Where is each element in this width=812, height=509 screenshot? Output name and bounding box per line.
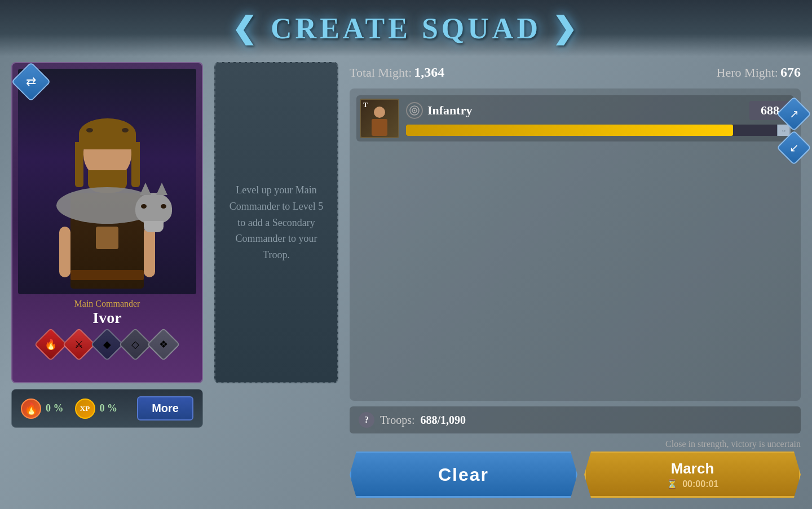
skill-badge-4: ◇: [118, 327, 152, 361]
skill-badge-3: ◆: [90, 327, 123, 361]
total-might: Total Might: 1,364: [350, 65, 444, 80]
march-timer: ⏳ 00:00:01: [667, 479, 719, 489]
commander-image: [18, 69, 196, 294]
arrow-down-button[interactable]: ↙: [776, 130, 811, 165]
clear-button[interactable]: Clear: [350, 452, 577, 498]
troops-label: Troops:: [380, 414, 415, 427]
swap-icon: ⇄: [26, 74, 36, 89]
xp-percent: 0 %: [100, 402, 118, 414]
march-label: March: [671, 460, 714, 477]
troop-avatar: T: [360, 99, 399, 138]
help-icon[interactable]: ?: [359, 412, 374, 428]
side-arrows: ↗ ↙: [782, 101, 806, 160]
top-bar: CREATE SQUAD: [0, 0, 812, 56]
troop-row-infantry: T: [356, 95, 794, 141]
troop-type: Infantry: [427, 103, 472, 118]
left-panel: ⇄: [11, 62, 203, 498]
infantry-icon: [406, 102, 423, 119]
right-panel: Total Might: 1,364 Hero Might: 676 T: [350, 62, 801, 498]
fire-percent: 0 %: [46, 402, 64, 414]
might-row: Total Might: 1,364 Hero Might: 676: [350, 62, 801, 83]
commander-card: ⇄: [11, 62, 203, 383]
hero-might-label: Hero Might:: [717, 65, 778, 79]
main-content: ⇄: [11, 62, 801, 498]
more-button[interactable]: More: [137, 396, 193, 421]
secondary-placeholder-text: Level up your Main Commander to Level 5 …: [215, 171, 337, 275]
total-might-value: 1,364: [414, 65, 444, 79]
arrow-up-button[interactable]: ↗: [776, 96, 811, 131]
troops-summary: ? Troops: 688/1,090: [350, 406, 801, 433]
hero-might: Hero Might: 676: [717, 65, 801, 80]
strength-text: Close in strength, victory is uncertain: [665, 439, 801, 449]
commander-figure: [51, 74, 164, 289]
stats-bar: 🔥 0 % XP 0 % More: [11, 389, 203, 428]
total-might-label: Total Might:: [350, 65, 412, 79]
fire-icon: 🔥: [21, 399, 41, 419]
skill-badge-5: ❖: [147, 327, 180, 361]
skill-badge-1: 🔥: [34, 327, 67, 361]
svg-point-2: [414, 110, 416, 112]
troop-bar[interactable]: ↔: [406, 125, 791, 136]
troops-count: 688/1,090: [421, 414, 466, 427]
commander-label: Main Commander Ivor: [18, 299, 196, 327]
commander-skills: 🔥 ⚔ ◆ ◇ ❖: [18, 333, 196, 356]
march-button[interactable]: March ⏳ 00:00:01: [584, 452, 801, 498]
secondary-card: Level up your Main Commander to Level 5 …: [214, 62, 338, 383]
hourglass-icon: ⏳: [667, 479, 678, 489]
page-title: CREATE SQUAD: [232, 11, 580, 45]
troop-type-row: Infantry 688: [406, 101, 791, 120]
secondary-commander-panel: Level up your Main Commander to Level 5 …: [214, 62, 338, 498]
arrow-up-icon: ↗: [789, 107, 799, 121]
troop-letter: T: [363, 101, 368, 109]
troops-area: T: [350, 88, 801, 401]
commander-role: Main Commander: [74, 299, 140, 308]
troop-bar-fill: [406, 125, 733, 136]
commander-name: Ivor: [18, 309, 196, 327]
arrow-down-icon: ↙: [789, 141, 799, 154]
xp-icon: XP: [75, 399, 95, 419]
fire-stat: 🔥 0 %: [21, 399, 64, 419]
xp-stat: XP 0 %: [75, 399, 118, 419]
skill-badge-2: ⚔: [62, 327, 95, 361]
troop-info: Infantry 688 ↔: [406, 101, 791, 136]
hero-might-value: 676: [780, 65, 801, 79]
